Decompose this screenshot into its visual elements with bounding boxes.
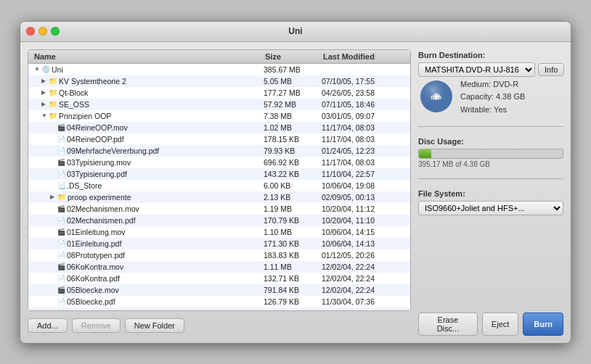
- info-button[interactable]: Info: [538, 63, 564, 76]
- writable-row: Writable: Yes: [460, 104, 525, 117]
- mov-icon: 🎬: [57, 228, 65, 236]
- header-modified: Last Modified: [320, 51, 407, 62]
- expand-icon[interactable]: ▶: [50, 194, 56, 200]
- table-row[interactable]: 📄 03Typisierung.pdf143.22 KB11/10/04, 22…: [28, 168, 410, 180]
- file-size: 5.05 MB: [262, 77, 320, 86]
- table-row[interactable]: 🎬 02Mechanismen.mov1.19 MB10/20/04, 11:1…: [28, 203, 410, 215]
- file-modified: 10/20/04, 11:10: [320, 216, 407, 225]
- table-row[interactable]: ▶📁 KV Systemtheorie 25.05 MB07/10/05, 17…: [28, 75, 410, 87]
- file-modified: 10/06/04, 14:15: [320, 228, 407, 236]
- file-modified: 10/06/04, 14:13: [320, 239, 407, 248]
- table-row[interactable]: 📄 04ReineOOP.pdf178.15 KB11/17/04, 08:03: [28, 133, 410, 145]
- file-name: Prinzipien OOP: [59, 112, 111, 120]
- file-size: 1.10 MB: [262, 228, 320, 236]
- file-list-header: Name Size Last Modified: [28, 50, 410, 64]
- folder-icon: 📁: [49, 88, 57, 96]
- table-row[interactable]: 📄 08Prototypen.pdf183.83 KB01/12/05, 20:…: [28, 249, 410, 261]
- erase-disc-button[interactable]: Erase Disc...: [418, 313, 478, 336]
- file-list-body[interactable]: ▼💿 Uni385.67 MB▶📁 KV Systemtheorie 25.05…: [28, 64, 410, 310]
- file-size: 132.71 KB: [262, 274, 320, 283]
- table-row[interactable]: 📄 05Bloecke.pdf126.79 KB11/30/04, 07:36: [28, 296, 410, 307]
- table-row[interactable]: 🎬 03Typisierung.mov696.92 KB11/17/04, 08…: [28, 157, 410, 168]
- maximize-button[interactable]: [51, 27, 60, 36]
- table-row[interactable]: 🎬 01Einleitung.mov1.10 MB10/06/04, 14:15: [28, 226, 410, 238]
- table-row[interactable]: 🎬 06KoKontra.mov1.11 MB12/02/04, 22:24: [28, 261, 410, 273]
- file-modified: 03/01/05, 09:07: [320, 112, 407, 120]
- new-folder-button[interactable]: New Folder: [125, 318, 184, 333]
- file-name: 09MehrfacheVererbung.pdf: [67, 146, 159, 155]
- expand-icon[interactable]: ▼: [34, 66, 40, 73]
- file-name: 03Typisierung.mov: [67, 158, 131, 167]
- file-modified: 11/17/04, 08:03: [320, 158, 407, 167]
- file-name: 01Einleitung.mov: [67, 228, 126, 236]
- file-modified: 12/02/04, 22:24: [320, 262, 407, 271]
- file-system-label: File System:: [418, 189, 563, 198]
- pdf-icon: 📄: [57, 217, 65, 224]
- mov-icon: 🎬: [57, 286, 65, 294]
- file-modified: 07/10/05, 17:55: [320, 77, 407, 86]
- table-row[interactable]: 📄 09MehrfacheVererbung.pdf79.93 KB01/24/…: [28, 145, 410, 157]
- eject-button[interactable]: Eject: [482, 313, 518, 336]
- table-row[interactable]: 📄 02Mechanismen.pdf170.79 KB10/20/04, 11…: [28, 215, 410, 226]
- close-button[interactable]: [26, 27, 35, 36]
- folder-icon: 📁: [57, 193, 66, 201]
- table-row[interactable]: ▶📁 Qt-Block177.27 MB04/26/05, 23:58: [28, 87, 410, 99]
- file-name: .DS_Store: [67, 181, 102, 190]
- table-row[interactable]: 📄 07Generizitaet.pdf352.56 KB12/15/04, 1…: [28, 307, 410, 310]
- file-name: 02Mechanismen.mov: [67, 204, 139, 213]
- file-modified: 02/09/05, 00:13: [320, 193, 407, 202]
- table-row[interactable]: 📄 06KoKontra.pdf132.71 KB12/02/04, 22:24: [28, 273, 410, 284]
- disc-usage-label: Disc Usage:: [418, 137, 563, 146]
- expand-icon[interactable]: ▶: [41, 101, 47, 107]
- file-name: 03Typisierung.pdf: [67, 170, 127, 178]
- pdf-icon: 📄: [57, 310, 65, 310]
- file-size: 2.13 KB: [262, 193, 320, 202]
- file-name: Uni: [52, 65, 63, 74]
- file-size: 178.15 KB: [262, 135, 320, 144]
- bottom-buttons: Add... Remove New Folder: [28, 315, 411, 336]
- table-row[interactable]: 📃 .DS_Store6.00 KB10/06/04, 19:08: [28, 180, 410, 191]
- minimize-button[interactable]: [38, 27, 47, 36]
- table-row[interactable]: ▼💿 Uni385.67 MB: [28, 64, 410, 75]
- add-button[interactable]: Add...: [28, 318, 68, 333]
- dvd-icon: DVD: [418, 78, 455, 115]
- file-name: 05Bloecke.mov: [67, 286, 119, 294]
- right-panel: Burn Destination: MATSHITA DVD-R UJ-816 …: [418, 49, 563, 336]
- traffic-lights: [26, 27, 60, 36]
- file-modified: 12/02/04, 22:24: [320, 274, 407, 283]
- capacity-row: Capacity: 4.38 GB: [460, 91, 525, 104]
- capacity-value: 4.38 GB: [496, 92, 525, 101]
- file-modified: 11/17/04, 08:03: [320, 123, 407, 132]
- burn-destination-label: Burn Destination:: [418, 51, 563, 59]
- pdf-icon: 📄: [57, 136, 65, 143]
- folder-icon: 📁: [49, 77, 57, 85]
- expand-icon[interactable]: ▶: [41, 78, 47, 84]
- file-size: 696.92 KB: [262, 158, 320, 167]
- dvd-info: Medium: DVD-R Capacity: 4.38 GB Writable…: [460, 78, 525, 117]
- table-row[interactable]: 📄 01Einleitung.pdf171.30 KB10/06/04, 14:…: [28, 238, 410, 249]
- table-row[interactable]: 🎬 05Bloecke.mov791.84 KB12/02/04, 22:24: [28, 284, 410, 296]
- burn-button[interactable]: Burn: [523, 313, 563, 336]
- file-system-select[interactable]: ISO9660+Joliet and HFS+...: [418, 201, 563, 215]
- remove-button[interactable]: Remove: [72, 318, 121, 333]
- file-name: 06KoKontra.pdf: [67, 274, 120, 283]
- table-row[interactable]: ▼📁 Prinzipien OOP7.38 MB03/01/05, 09:07: [28, 110, 410, 122]
- file-name: SE_OSS: [59, 100, 89, 109]
- drive-select[interactable]: MATSHITA DVD-R UJ-816: [418, 62, 535, 77]
- file-size: 126.79 KB: [262, 297, 320, 306]
- writable-value: Yes: [494, 105, 507, 114]
- file-name: Qt-Block: [59, 88, 88, 97]
- table-row[interactable]: 🎬 04ReineOOP.mov1.02 MB11/17/04, 08:03: [28, 122, 410, 133]
- divider-1: [418, 126, 563, 127]
- file-size: 170.79 KB: [262, 216, 320, 225]
- file-name: proop experimente: [68, 193, 131, 202]
- file-size: 791.84 KB: [262, 286, 320, 294]
- table-row[interactable]: ▶📁 SE_OSS57.92 MB07/11/05, 18:46: [28, 99, 410, 110]
- disc-usage-value: 395.17 MB of 4.38 GB: [418, 160, 563, 168]
- disc-usage-bar: [419, 149, 431, 158]
- expand-icon[interactable]: ▼: [41, 112, 47, 119]
- file-name: 02Mechanismen.pdf: [67, 216, 136, 225]
- table-row[interactable]: ▶📁 proop experimente2.13 KB02/09/05, 00:…: [28, 191, 410, 203]
- expand-icon[interactable]: ▶: [41, 89, 47, 96]
- file-modified: 11/10/04, 22:57: [320, 170, 407, 178]
